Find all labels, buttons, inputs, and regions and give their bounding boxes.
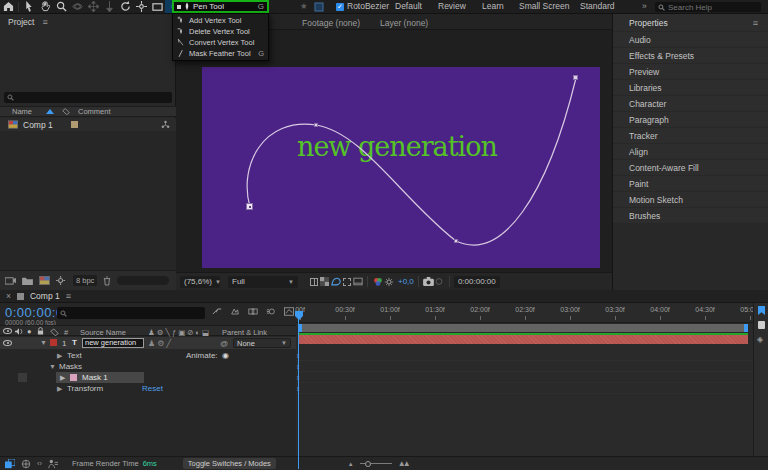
collapsed-chevron-icon[interactable]: ▶ (60, 374, 65, 382)
pen-menu-item-mask-feather[interactable]: Mask Feather Tool G (173, 48, 268, 59)
transparency-grid-icon[interactable] (319, 276, 330, 287)
project-footer-field[interactable] (117, 276, 169, 285)
panel-menu-icon[interactable]: ≡ (42, 17, 47, 27)
parent-link-column[interactable]: Parent & Link (222, 328, 267, 337)
tab-layer[interactable]: Layer (none) (380, 18, 428, 28)
group-row-mask1[interactable]: ▶ Mask 1 (0, 372, 296, 383)
mask-vertex-start[interactable] (246, 203, 253, 210)
layer-switches-icons[interactable]: ♟⚙╱ (148, 339, 173, 348)
project-item-comp1[interactable]: Comp 1 (0, 118, 176, 131)
layer-name-field[interactable]: new generation (82, 338, 144, 348)
mask-vertex-2[interactable] (314, 123, 318, 127)
panel-tab-paint[interactable]: Paint (613, 176, 768, 191)
panel-tab-motion-sketch[interactable]: Motion Sketch (613, 192, 768, 207)
panel-tab-content-aware-fill[interactable]: Content-Aware Fill (613, 160, 768, 175)
panel-tab-brushes[interactable]: Brushes (613, 208, 768, 223)
help-search-box[interactable] (655, 2, 761, 12)
comp-marker-bin-icon[interactable] (758, 321, 765, 329)
source-name-column[interactable]: Source Name (80, 328, 126, 337)
expanded-chevron-icon[interactable]: ▼ (49, 363, 56, 370)
bit-depth-button[interactable]: 8 bpc (73, 275, 97, 286)
mask-visibility-icon[interactable] (314, 0, 324, 13)
guide-layout-icon[interactable] (352, 276, 363, 287)
layer-visibility-eye-icon[interactable] (3, 340, 12, 346)
mask-vertex-3[interactable] (454, 239, 458, 243)
layer-color-swatch[interactable] (50, 339, 57, 346)
workspace-tab-default[interactable]: Default (395, 0, 422, 13)
frame-blending-icon[interactable] (248, 307, 258, 316)
work-area-bar[interactable] (298, 324, 748, 332)
label-column-icon[interactable] (50, 328, 59, 336)
mask-vertex-end[interactable] (573, 75, 578, 80)
home-icon[interactable] (0, 0, 16, 13)
mask-color-swatch[interactable] (70, 374, 77, 381)
layer-duration-bar[interactable] (298, 333, 748, 344)
tab-footage[interactable]: Footage (none) (302, 18, 360, 28)
zoom-in-mountains-icon[interactable]: ▲▲ (398, 459, 408, 468)
collapsed-chevron-icon[interactable]: ▶ (57, 385, 62, 393)
panel-tab-preview[interactable]: Preview (613, 64, 768, 79)
sort-ascending-icon[interactable] (46, 109, 54, 114)
render-queue-icon[interactable] (5, 459, 15, 469)
group-row-transform[interactable]: ▶ Transform Reset (0, 383, 296, 394)
magnification-dropdown[interactable]: (75,6%) ▼ (180, 276, 220, 288)
animate-add-icon[interactable]: ◉ (222, 351, 229, 360)
zoom-out-mountain-icon[interactable]: ▲ (348, 461, 354, 467)
dolly-camera-tool-icon[interactable] (101, 0, 117, 13)
playhead[interactable] (298, 311, 299, 469)
panel-tab-paragraph[interactable]: Paragraph (613, 112, 768, 127)
star-icon[interactable]: ★ (300, 0, 308, 13)
audio-column-icon[interactable] (15, 328, 23, 335)
interpret-footage-icon[interactable] (5, 276, 16, 285)
transform-reset-link[interactable]: Reset (142, 384, 163, 393)
toggle-switches-modes-button[interactable]: Toggle Switches / Modes (183, 458, 276, 469)
panel-tab-tracker[interactable]: Tracker (613, 128, 768, 143)
panel-properties-header[interactable]: Properties ≡ (613, 14, 768, 31)
zoom-to-fit-icon[interactable]: ◈ (757, 335, 763, 344)
exposure-value[interactable]: +0,0 (398, 277, 414, 286)
project-search-box[interactable] (4, 92, 172, 103)
label-swatch[interactable] (71, 121, 78, 128)
selection-tool-icon[interactable] (21, 0, 37, 13)
label-color-icon[interactable] (62, 108, 70, 116)
mask-mode-box[interactable] (18, 373, 27, 382)
panel-menu-icon[interactable]: ≡ (753, 18, 758, 28)
workspace-tab-small-screen[interactable]: Small Screen (519, 0, 570, 13)
number-column[interactable]: # (64, 328, 68, 337)
workspace-tab-learn[interactable]: Learn (482, 0, 504, 13)
panel-tab-libraries[interactable]: Libraries (613, 80, 768, 95)
resolution-dropdown[interactable]: Full ▼ (228, 276, 298, 288)
zoom-slider-knob[interactable] (365, 461, 371, 467)
layer-row-1[interactable]: ▼ 1 T new generation ♟⚙╱ @ None ▼ (0, 337, 296, 349)
timeline-zoom-slider[interactable] (360, 463, 392, 464)
layer-expand-chevron-icon[interactable]: ▼ (40, 339, 47, 346)
lock-column-icon[interactable] (37, 327, 44, 335)
mask-visibility-toggle-icon[interactable] (330, 276, 341, 287)
performance-icon[interactable] (48, 459, 58, 469)
viewer-timecode[interactable]: 0:00:00:00 (454, 276, 500, 288)
workspace-tab-review[interactable]: Review (438, 0, 466, 13)
collapsed-chevron-icon[interactable]: ▶ (57, 352, 62, 360)
mask-path[interactable] (202, 67, 600, 268)
panel-tab-character[interactable]: Character (613, 96, 768, 111)
group-row-text[interactable]: ▶ Text Animate: ◉ (0, 350, 296, 361)
draft-3d-icon[interactable] (230, 307, 240, 316)
flowchart-icon[interactable]: ‹› (37, 459, 42, 468)
close-icon[interactable]: × (6, 291, 11, 301)
workspace-tab-standard[interactable]: Standard (580, 0, 615, 13)
column-comment[interactable]: Comment (78, 107, 111, 116)
grid-guides-icon[interactable] (308, 276, 319, 287)
parent-pickwhip-icon[interactable]: @ (220, 339, 228, 348)
zoom-tool-icon[interactable] (53, 0, 69, 13)
panel-menu-icon[interactable]: ≡ (66, 291, 71, 301)
rotation-tool-icon[interactable] (117, 0, 133, 13)
rotobezier-checkbox[interactable]: ✓ RotoBezier (336, 0, 389, 13)
work-area-end-handle[interactable] (744, 324, 748, 332)
composition-mini-flowchart-icon[interactable] (212, 307, 222, 316)
group-row-masks[interactable]: ▼ Masks (0, 361, 296, 372)
pen-menu-item-delete-vertex[interactable]: Delete Vertex Tool (173, 26, 268, 37)
channel-rgb-icon[interactable] (372, 276, 383, 287)
rectangle-tool-icon[interactable] (149, 0, 165, 13)
pen-menu-item-convert-vertex[interactable]: Convert Vertex Tool (173, 37, 268, 48)
time-ruler[interactable]: 00f 00:30f 01:00f 01:30f 02:00f 02:30f 0… (296, 303, 753, 323)
